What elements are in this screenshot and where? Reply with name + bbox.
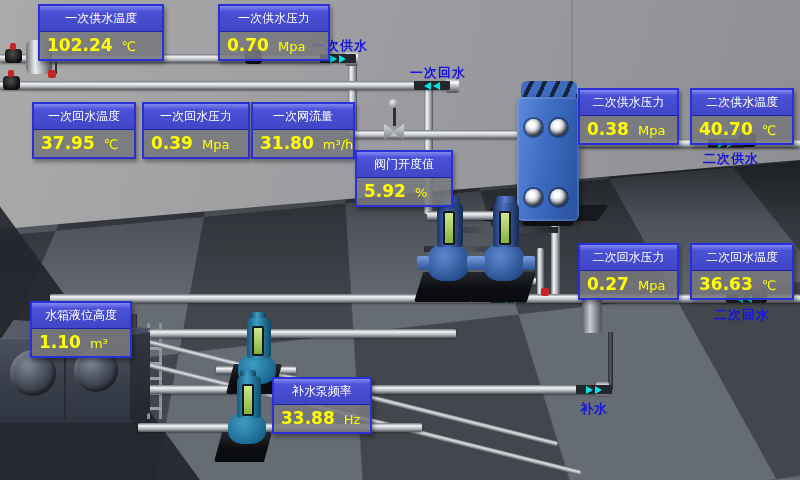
pump-sight-glass xyxy=(443,211,455,245)
gauge-title: 补水泵频率 xyxy=(274,379,370,405)
hx-port xyxy=(550,119,567,136)
gauge-value: 1.10 xyxy=(39,332,81,352)
valve-handle xyxy=(10,43,16,50)
gauge-unit: m³/h xyxy=(323,137,354,152)
pipe-tag-secondary-supply: 二次供水 xyxy=(703,150,759,168)
gauge-title: 二次回水温度 xyxy=(692,245,792,271)
gauge-value: 0.27 xyxy=(587,274,629,294)
control-valve-stem xyxy=(393,106,396,126)
gauge-primary-network-flow[interactable]: 一次网流量 31.80m³/h xyxy=(251,102,355,159)
pipe-primary-supply-run xyxy=(351,130,533,139)
pipe-tag-secondary-return: 二次回水 xyxy=(714,306,770,324)
gauge-value: 40.70 xyxy=(699,119,753,139)
gauge-primary-supply-pressure[interactable]: 一次供水压力 0.70Mpa xyxy=(218,4,330,61)
gauge-secondary-supply-pressure[interactable]: 二次供水压力 0.38Mpa xyxy=(578,88,679,145)
gauge-unit: ℃ xyxy=(122,39,137,54)
gauge-title: 一次回水压力 xyxy=(144,104,248,130)
gauge-value: 0.70 xyxy=(227,35,269,55)
pump-flange xyxy=(417,256,429,270)
water-tank-side xyxy=(130,332,150,420)
gauge-title: 二次供水温度 xyxy=(692,90,792,116)
scada-heating-station-screen: 一次供水 一次回水 二次供水 二次回水 补水 一次供水温度 102.24℃ 一次… xyxy=(0,0,800,480)
gauge-unit: Mpa xyxy=(202,137,229,152)
gauge-title: 一次供水压力 xyxy=(220,6,328,32)
pipe-tee-fitting xyxy=(582,297,602,333)
gauge-title: 一次网流量 xyxy=(253,104,353,130)
gauge-value: 0.39 xyxy=(151,133,193,153)
pump-flange xyxy=(473,256,485,270)
pipe-makeup-water xyxy=(140,385,610,394)
pipe-pump-line-upper xyxy=(150,329,456,338)
gauge-unit: Hz xyxy=(344,412,361,427)
pump-sight-glass xyxy=(242,384,254,416)
gauge-value: 31.80 xyxy=(260,133,314,153)
gauge-makeup-pump-frequency[interactable]: 补水泵频率 33.88Hz xyxy=(272,377,372,434)
hx-port xyxy=(525,189,542,206)
gauge-title: 二次回水压力 xyxy=(580,245,677,271)
gauge-value: 102.24 xyxy=(47,35,113,55)
pump-volute xyxy=(483,243,525,281)
gauge-title: 一次回水温度 xyxy=(34,104,134,130)
gauge-value: 36.63 xyxy=(699,274,753,294)
gauge-tank-level[interactable]: 水箱液位高度 1.10m³ xyxy=(30,301,132,358)
pump-sight-glass xyxy=(252,326,264,356)
shutoff-valve xyxy=(5,49,22,63)
shutoff-valve xyxy=(3,76,20,90)
gauge-unit: Mpa xyxy=(638,123,665,138)
gauge-unit: ℃ xyxy=(104,137,119,152)
flow-arrow-icon xyxy=(414,81,450,90)
gauge-title: 二次供水压力 xyxy=(580,90,677,116)
gauge-title: 一次供水温度 xyxy=(40,6,162,32)
gauge-primary-supply-temp[interactable]: 一次供水温度 102.24℃ xyxy=(38,4,164,61)
hx-port xyxy=(550,189,567,206)
gauge-primary-return-temp[interactable]: 一次回水温度 37.95℃ xyxy=(32,102,136,159)
pipe-tag-primary-return: 一次回水 xyxy=(410,64,466,82)
pipe-makeup-riser xyxy=(608,332,613,390)
flow-arrow-icon xyxy=(576,385,612,394)
drain-valve xyxy=(541,288,549,296)
pump-flange xyxy=(523,256,535,270)
gauge-secondary-supply-temp[interactable]: 二次供水温度 40.70℃ xyxy=(690,88,794,145)
pump-volute xyxy=(427,243,469,281)
gauge-value: 37.95 xyxy=(41,133,95,153)
gauge-secondary-return-pressure[interactable]: 二次回水压力 0.27Mpa xyxy=(578,243,679,300)
gauge-unit: Mpa xyxy=(278,39,305,54)
gauge-unit: % xyxy=(415,185,427,200)
gauge-unit: Mpa xyxy=(638,278,665,293)
valve-handle xyxy=(8,70,14,77)
hx-port xyxy=(525,119,542,136)
gauge-value: 5.92 xyxy=(364,181,406,201)
pump-sight-glass xyxy=(499,211,511,245)
gauge-value: 33.88 xyxy=(281,408,335,428)
gauge-valve-opening[interactable]: 阀门开度值 5.92% xyxy=(355,150,453,207)
gauge-title: 阀门开度值 xyxy=(357,152,451,178)
gauge-title: 水箱液位高度 xyxy=(32,303,130,329)
gauge-primary-return-pressure[interactable]: 一次回水压力 0.39Mpa xyxy=(142,102,250,159)
pipe-tag-makeup-water: 补水 xyxy=(580,400,608,418)
gauge-secondary-return-temp[interactable]: 二次回水温度 36.63℃ xyxy=(690,243,794,300)
gauge-value: 0.38 xyxy=(587,119,629,139)
gauge-unit: ℃ xyxy=(762,278,777,293)
control-valve-actuator xyxy=(389,99,398,108)
drain-valve xyxy=(48,70,56,78)
pipe-primary-return xyxy=(0,81,450,90)
gauge-unit: ℃ xyxy=(762,123,777,138)
gauge-unit: m³ xyxy=(90,336,108,351)
